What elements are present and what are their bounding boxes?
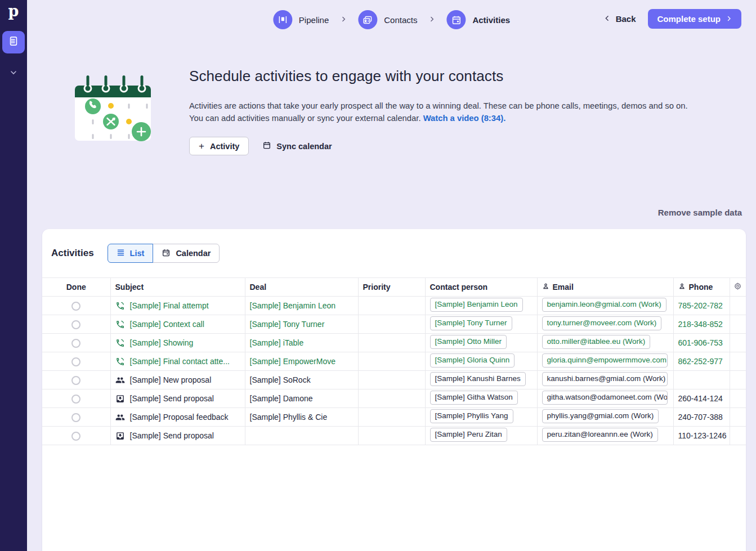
deal-link[interactable]: [Sample] SoRock (250, 375, 311, 384)
contact-person-chip[interactable]: [Sample] Peru Zitan (430, 428, 507, 442)
step-activities-label: Activities (472, 15, 510, 25)
row-settings-cell (730, 371, 746, 389)
person-icon (542, 283, 549, 292)
sidebar-expand-toggle[interactable] (9, 68, 18, 79)
send-email-icon (115, 394, 125, 404)
subject-link[interactable]: [Sample] Final contact atte... (130, 357, 230, 366)
done-checkbox[interactable] (71, 302, 80, 311)
done-checkbox[interactable] (71, 320, 80, 329)
subject-link[interactable]: [Sample] Context call (130, 320, 204, 329)
contact-person-chip[interactable]: [Sample] Phyllis Yang (430, 409, 513, 423)
email-chip[interactable]: kanushi.barnes@gmial.com (Work) (542, 372, 668, 386)
deal-link[interactable]: [Sample] Damone (250, 394, 313, 403)
step-contacts[interactable]: Contacts (358, 10, 417, 29)
row-settings-cell (730, 334, 746, 352)
back-button[interactable]: Back (603, 14, 636, 25)
chevron-left-icon (603, 14, 611, 25)
onboarding-topbar: Pipeline (27, 0, 756, 39)
done-checkbox[interactable] (71, 339, 80, 348)
table-header-row: Done Subject Deal Priority Contact perso… (42, 278, 746, 297)
column-header-contact-person[interactable]: Contact person (425, 278, 537, 297)
subject-link[interactable]: [Sample] Final attempt (130, 301, 209, 310)
phone-link[interactable]: 785-202-782 (678, 301, 723, 310)
column-header-email[interactable]: Email (537, 278, 673, 297)
phone-link[interactable]: 862-252-977 (678, 357, 723, 366)
done-checkbox[interactable] (71, 413, 80, 422)
email-chip[interactable]: benjamin.leon@gmial.com (Work) (542, 298, 666, 312)
step-activities[interactable]: Activities (446, 10, 510, 29)
column-header-done[interactable]: Done (42, 278, 110, 297)
subject-link[interactable]: [Sample] Send proposal (130, 394, 214, 403)
email-chip[interactable]: githa.watson@odamoneet.com (Work) (542, 391, 668, 405)
column-header-deal[interactable]: Deal (245, 278, 358, 297)
plus-icon: + (199, 141, 204, 151)
deal-link[interactable]: [Sample] Phyllis & Cie (250, 413, 328, 422)
column-header-phone[interactable]: Phone (673, 278, 730, 297)
chevron-right-icon (428, 16, 435, 24)
email-chip[interactable]: gloria.quinn@empowermmove.com (Work) (542, 353, 668, 368)
step-pipeline[interactable]: Pipeline (273, 10, 329, 29)
phone-link[interactable]: 110-123-1246 (678, 431, 727, 440)
deal-link[interactable]: [Sample] EmpowerMove (250, 357, 336, 366)
activities-card-header: Activities List (42, 229, 746, 277)
pipedrive-logo: p (8, 3, 19, 19)
tab-list-view[interactable]: List (108, 244, 154, 263)
subject-link[interactable]: [Sample] Showing (130, 338, 194, 347)
contact-person-chip[interactable]: [Sample] Otto Miller (430, 335, 507, 349)
checklist-icon (8, 35, 19, 49)
phone-link[interactable]: 601-906-753 (678, 338, 723, 347)
column-header-priority[interactable]: Priority (358, 278, 425, 297)
email-chip[interactable]: tony.turner@moveer.com (Work) (542, 316, 662, 330)
activities-calendar-icon (446, 10, 466, 29)
calendar-icon (262, 141, 271, 151)
email-chip[interactable]: otto.miller@itablee.eu (Work) (542, 335, 651, 349)
done-checkbox[interactable] (71, 432, 80, 441)
calendar-illustration (75, 72, 151, 144)
tab-calendar-view[interactable]: Calendar (153, 244, 220, 263)
subject-link[interactable]: [Sample] Proposal feedback (130, 413, 229, 422)
row-settings-cell (730, 315, 746, 334)
deal-link[interactable]: [Sample] Benjamin Leon (250, 301, 336, 310)
meeting-icon (115, 375, 125, 385)
pipeline-icon (273, 10, 292, 29)
contact-person-chip[interactable]: [Sample] Githa Watson (430, 391, 518, 405)
person-icon (678, 283, 686, 292)
watch-video-link[interactable]: Watch a video (8:34). (423, 114, 506, 123)
calendar-icon (162, 248, 171, 259)
email-chip[interactable]: phyllis.yang@gmial.com (Work) (542, 409, 659, 423)
email-chip[interactable]: peru.zitan@loreannn.ee (Work) (542, 428, 658, 442)
subject-link[interactable]: [Sample] New proposal (130, 375, 212, 384)
phone-link[interactable]: 260-414-124 (678, 394, 723, 403)
priority-cell (358, 352, 425, 371)
column-settings[interactable] (730, 278, 746, 297)
contact-person-chip[interactable]: [Sample] Tony Turner (430, 316, 512, 330)
contact-person-chip[interactable]: [Sample] Gloria Quinn (430, 353, 515, 368)
call-icon (115, 338, 125, 348)
done-checkbox[interactable] (71, 357, 80, 366)
gear-icon[interactable] (733, 282, 742, 290)
tab-list-label: List (130, 249, 145, 258)
add-activity-button[interactable]: + Activity (189, 137, 249, 155)
sync-calendar-button[interactable]: Sync calendar (259, 141, 335, 151)
tab-calendar-label: Calendar (176, 249, 211, 258)
contacts-icon (358, 10, 377, 29)
sidebar-item-getting-started[interactable] (2, 31, 25, 53)
phone-link[interactable]: 218-348-852 (678, 320, 723, 329)
done-checkbox[interactable] (71, 376, 80, 385)
chevron-down-icon (9, 69, 18, 79)
view-toggle: List Calendar (108, 244, 220, 263)
complete-setup-label: Complete setup (657, 14, 721, 24)
remove-sample-data-link[interactable]: Remove sample data (658, 208, 742, 217)
intro-description: Activities are actions that take your ea… (189, 100, 701, 124)
complete-setup-button[interactable]: Complete setup (648, 9, 741, 29)
phone-link[interactable]: 240-707-388 (678, 413, 723, 422)
subject-link[interactable]: [Sample] Send proposal (130, 431, 214, 440)
done-checkbox[interactable] (71, 395, 80, 404)
column-header-subject[interactable]: Subject (110, 278, 245, 297)
contact-person-chip[interactable]: [Sample] Benjamin Leon (430, 298, 523, 312)
contact-person-chip[interactable]: [Sample] Kanushi Barnes (430, 372, 526, 386)
deal-link[interactable]: [Sample] Tony Turner (250, 320, 325, 329)
deal-link[interactable]: [Sample] iTable (250, 338, 304, 347)
call-icon (115, 357, 125, 366)
priority-cell (358, 334, 425, 352)
